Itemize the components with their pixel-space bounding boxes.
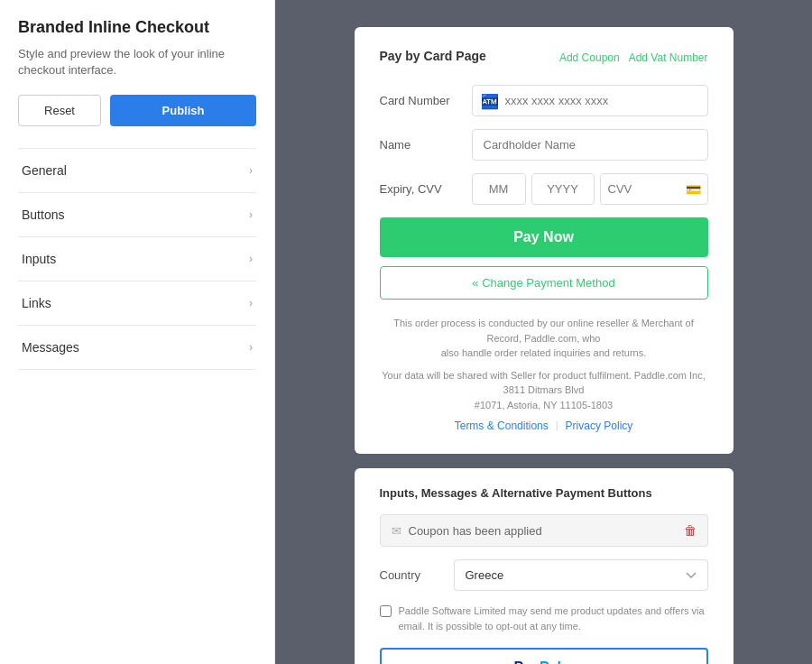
footer-text-2: Your data will be shared with Seller for… [380, 368, 708, 413]
nav-label-buttons: Buttons [22, 208, 64, 222]
name-label: Name [380, 138, 461, 152]
card-number-input[interactable] [472, 85, 708, 116]
terms-link[interactable]: Terms & Conditions [455, 420, 549, 432]
chevron-icon-links: › [249, 297, 253, 309]
delete-coupon-icon[interactable]: 🗑 [684, 523, 697, 538]
paypal-button[interactable]: PayPal » [380, 648, 708, 664]
left-panel: Branded Inline Checkout Style and previe… [0, 0, 275, 664]
nav-item-general[interactable]: General › [18, 149, 256, 193]
nav-item-messages[interactable]: Messages › [18, 326, 256, 370]
expiry-row: Expiry, CVV 💳 [380, 173, 708, 205]
opt-in-checkbox[interactable] [380, 605, 392, 617]
chevron-icon-inputs: › [249, 253, 253, 265]
name-wrap [472, 129, 708, 161]
cvv-card-icon: 💳 [686, 182, 701, 197]
privacy-link[interactable]: Privacy Policy [566, 420, 633, 432]
inputs-messages-card: Inputs, Messages & Alternative Payment B… [355, 468, 734, 664]
card-top-row: Pay by Card Page Add Coupon Add Vat Numb… [380, 49, 708, 67]
pay-by-card-card: Pay by Card Page Add Coupon Add Vat Numb… [355, 27, 734, 454]
nav-label-messages: Messages [22, 340, 79, 355]
nav-label-inputs: Inputs [22, 252, 56, 266]
footer-text-1: This order process is conducted by our o… [380, 316, 708, 361]
name-input[interactable] [472, 129, 708, 161]
nav-item-inputs[interactable]: Inputs › [18, 237, 256, 281]
action-buttons: Reset Publish [18, 95, 256, 126]
opt-in-row: Paddle Software Limited may send me prod… [380, 604, 708, 633]
country-select[interactable]: Greece United States United Kingdom Germ… [454, 559, 708, 591]
nav-label-links: Links [22, 296, 51, 310]
page-title: Branded Inline Checkout [18, 18, 256, 37]
card-number-wrap: 🏧 [472, 85, 708, 116]
card-links: Add Coupon Add Vat Number [559, 51, 708, 64]
mm-input[interactable] [472, 173, 526, 205]
yyyy-input[interactable] [531, 173, 595, 205]
country-row: Country Greece United States United King… [380, 559, 708, 591]
opt-in-text: Paddle Software Limited may send me prod… [399, 604, 708, 633]
expiry-group: 💳 [472, 173, 708, 205]
expiry-label: Expiry, CVV [380, 182, 461, 196]
chevron-icon-buttons: › [249, 208, 253, 221]
inputs-section-title: Inputs, Messages & Alternative Payment B… [380, 486, 708, 500]
card-type-icon: 🏧 [481, 92, 499, 109]
card-number-label: Card Number [380, 94, 461, 107]
change-payment-button[interactable]: « Change Payment Method [380, 266, 708, 300]
nav-item-buttons[interactable]: Buttons › [18, 193, 256, 237]
reset-button[interactable]: Reset [18, 95, 101, 126]
name-row: Name [380, 129, 708, 161]
publish-button[interactable]: Publish [110, 95, 256, 126]
nav-item-links[interactable]: Links › [18, 281, 256, 326]
country-label: Country [380, 568, 443, 582]
nav-section: General › Buttons › Inputs › Links › Mes… [18, 148, 256, 664]
add-coupon-link[interactable]: Add Coupon [559, 51, 620, 64]
pay-by-card-title: Pay by Card Page [380, 49, 486, 63]
coupon-text: Coupon has been applied [409, 524, 677, 538]
coupon-row: ✉ Coupon has been applied 🗑 [380, 514, 708, 547]
paypal-logo: PayPal » [514, 659, 574, 664]
page-subtitle: Style and preview the look of your inlin… [18, 46, 256, 78]
right-panel: Pay by Card Page Add Coupon Add Vat Numb… [275, 0, 812, 664]
chevron-icon-messages: › [249, 341, 253, 354]
add-vat-link[interactable]: Add Vat Number [629, 51, 708, 64]
nav-label-general: General [22, 163, 67, 178]
cvv-wrap: 💳 [600, 173, 708, 205]
card-number-row: Card Number 🏧 [380, 85, 708, 116]
coupon-icon: ✉ [392, 524, 401, 538]
footer-divider: | [556, 420, 558, 432]
chevron-icon-general: › [249, 164, 253, 177]
pay-now-button[interactable]: Pay Now [380, 217, 708, 257]
footer-links: Terms & Conditions | Privacy Policy [380, 420, 708, 432]
